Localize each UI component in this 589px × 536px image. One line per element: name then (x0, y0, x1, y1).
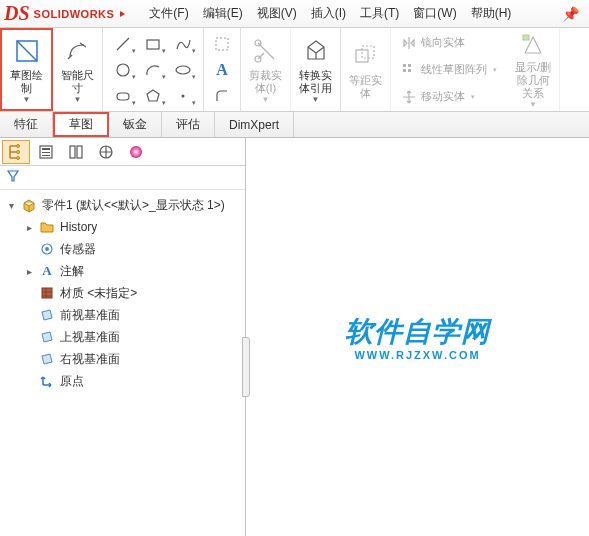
ellipse-tool[interactable]: ▾ (169, 58, 197, 82)
offset-icon (350, 40, 382, 72)
menu-window[interactable]: 窗口(W) (407, 1, 462, 26)
point-tool[interactable]: ▾ (169, 84, 197, 108)
tree-origin-label: 原点 (60, 373, 84, 390)
chevron-down-icon: ▼ (262, 95, 270, 104)
collapse-icon[interactable]: ▾ (6, 200, 16, 211)
line-tool[interactable]: ▾ (109, 32, 137, 56)
tree-material[interactable]: 材质 <未指定> (20, 282, 243, 304)
slot-tool[interactable]: ▾ (109, 84, 137, 108)
tab-features[interactable]: 特征 (0, 112, 53, 137)
pin-icon[interactable]: 📌 (556, 4, 585, 24)
linear-pattern-button[interactable]: 线性草图阵列▾ (397, 60, 501, 80)
move-icon (401, 89, 417, 105)
menu-view[interactable]: 视图(V) (251, 1, 303, 26)
svg-rect-7 (216, 38, 228, 50)
convert-entities-button[interactable]: 转换实 体引用 ▼ (295, 31, 336, 109)
menu-help[interactable]: 帮助(H) (465, 1, 518, 26)
svg-rect-21 (42, 148, 50, 150)
smart-dimension-button[interactable]: 智能尺 寸 ▼ (57, 31, 98, 109)
chevron-down-icon: ▼ (529, 100, 537, 109)
tree-sensors-label: 传感器 (60, 241, 96, 258)
plane-icon (38, 350, 56, 368)
spline-tool[interactable]: ▾ (169, 32, 197, 56)
svg-point-27 (130, 146, 142, 158)
tree-sensors[interactable]: 传感器 (20, 238, 243, 260)
offset-button[interactable]: 等距实 体 (345, 31, 386, 109)
tree-origin[interactable]: 原点 (20, 370, 243, 392)
tree-root[interactable]: ▾ 零件1 (默认<<默认>_显示状态 1>) (2, 194, 243, 216)
display-relations-button[interactable]: 显示/删 除几何 关系 ▼ (511, 31, 555, 109)
tree-annotations[interactable]: ▸A注解 (20, 260, 243, 282)
polygon-tool[interactable]: ▾ (139, 84, 167, 108)
convert-icon (300, 35, 332, 67)
chevron-down-icon: ▼ (23, 95, 31, 104)
fillet-tool[interactable] (210, 85, 234, 107)
feature-tree-tab[interactable] (2, 140, 30, 164)
menu-tools[interactable]: 工具(T) (354, 1, 405, 26)
trim-button[interactable]: 剪裁实 体(I) ▼ (245, 31, 286, 109)
arc-tool[interactable]: ▾ (139, 58, 167, 82)
relations-icon (517, 31, 549, 59)
app-name: SOLIDWORKS (34, 8, 115, 20)
trim-label: 剪裁实 体(I) (249, 69, 282, 95)
logo-arrow-icon[interactable] (120, 11, 125, 17)
rect-tool[interactable]: ▾ (139, 32, 167, 56)
construction-rect-tool[interactable] (210, 33, 234, 55)
mirror-button[interactable]: 镜向实体 (397, 33, 501, 53)
menu-file[interactable]: 文件(F) (143, 1, 194, 26)
svg-rect-24 (70, 146, 75, 158)
svg-rect-1 (147, 40, 159, 49)
mirror-label: 镜向实体 (421, 35, 465, 50)
svg-rect-23 (42, 155, 50, 156)
dimxpert-manager-tab[interactable] (92, 140, 120, 164)
svg-rect-13 (408, 64, 411, 67)
ribbon-trim-group: 剪裁实 体(I) ▼ (241, 28, 291, 111)
ribbon-offset-group: 等距实 体 (341, 28, 391, 111)
watermark-url: WWW.RJZXW.COM (354, 349, 480, 361)
display-manager-tab[interactable] (122, 140, 150, 164)
tab-sheetmetal[interactable]: 钣金 (109, 112, 162, 137)
chevron-down-icon: ▼ (312, 95, 320, 104)
menu-edit[interactable]: 编辑(E) (197, 1, 249, 26)
ribbon-misc-tools: A (204, 28, 241, 111)
svg-point-2 (117, 64, 129, 76)
folder-icon (38, 218, 56, 236)
tab-sketch[interactable]: 草图 (53, 112, 109, 137)
expand-icon[interactable]: ▸ (24, 266, 34, 277)
watermark-title: 软件自学网 (345, 313, 490, 351)
circle-tool[interactable]: ▾ (109, 58, 137, 82)
filter-row (0, 166, 245, 190)
text-tool[interactable]: A (210, 59, 234, 81)
panel-toolbar (0, 138, 245, 166)
smart-dim-label: 智能尺 寸 (61, 69, 94, 95)
svg-rect-15 (408, 69, 411, 72)
trim-icon (250, 35, 282, 67)
offset-label: 等距实 体 (349, 74, 382, 100)
body-split: ▾ 零件1 (默认<<默认>_显示状态 1>) ▸History 传感器 ▸A注… (0, 138, 589, 536)
tree-right-plane-label: 右视基准面 (60, 351, 120, 368)
tree-front-plane[interactable]: 前视基准面 (20, 304, 243, 326)
tree-right-plane[interactable]: 右视基准面 (20, 348, 243, 370)
ribbon-convert-group: 转换实 体引用 ▼ (291, 28, 341, 111)
sketch-button[interactable]: 草图绘 制 ▼ (6, 32, 47, 107)
property-manager-tab[interactable] (32, 140, 60, 164)
tree-annotations-label: 注解 (60, 263, 84, 280)
tree-top-plane-label: 上视基准面 (60, 329, 120, 346)
move-entities-button[interactable]: 移动实体▾ (397, 87, 501, 107)
tree-history[interactable]: ▸History (20, 216, 243, 238)
feature-manager-panel: ▾ 零件1 (默认<<默认>_显示状态 1>) ▸History 传感器 ▸A注… (0, 138, 246, 536)
configuration-manager-tab[interactable] (62, 140, 90, 164)
filter-icon[interactable] (6, 169, 20, 186)
graphics-viewport[interactable]: 软件自学网 WWW.RJZXW.COM (246, 138, 589, 536)
relations-label: 显示/删 除几何 关系 (515, 61, 551, 100)
tab-dimxpert[interactable]: DimXpert (215, 112, 294, 137)
sketch-label: 草图绘 制 (10, 69, 43, 95)
expand-icon[interactable]: ▸ (24, 222, 34, 233)
menu-insert[interactable]: 插入(I) (305, 1, 352, 26)
tree-top-plane[interactable]: 上视基准面 (20, 326, 243, 348)
tree-front-plane-label: 前视基准面 (60, 307, 120, 324)
svg-rect-25 (77, 146, 82, 158)
sensor-icon (38, 240, 56, 258)
tab-evaluate[interactable]: 评估 (162, 112, 215, 137)
panel-resize-handle[interactable] (242, 337, 250, 397)
